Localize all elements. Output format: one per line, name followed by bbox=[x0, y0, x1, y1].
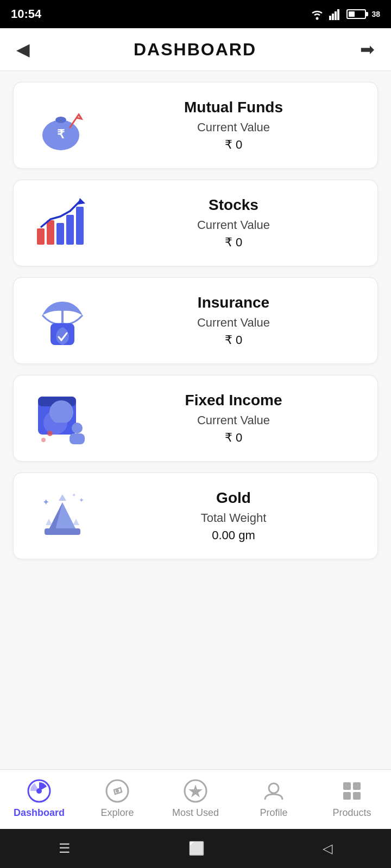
svg-rect-45 bbox=[353, 792, 361, 800]
nav-most-used[interactable]: Most Used bbox=[156, 778, 235, 819]
svg-marker-40 bbox=[188, 784, 203, 797]
svg-point-21 bbox=[72, 423, 83, 433]
svg-text:✦: ✦ bbox=[79, 496, 84, 504]
most-used-icon bbox=[182, 778, 209, 804]
svg-rect-1 bbox=[329, 16, 331, 20]
svg-rect-43 bbox=[353, 782, 361, 790]
insurance-value: ₹ 0 bbox=[106, 333, 361, 347]
signal-icon bbox=[329, 8, 342, 20]
svg-text:✦: ✦ bbox=[42, 497, 49, 507]
svg-marker-27 bbox=[59, 494, 66, 501]
insurance-info: Insurance Current Value ₹ 0 bbox=[106, 294, 361, 347]
nav-products[interactable]: Products bbox=[313, 778, 391, 819]
back-button[interactable]: ◀ bbox=[16, 39, 30, 60]
nav-explore-label: Explore bbox=[100, 807, 134, 819]
svg-point-35 bbox=[36, 788, 42, 794]
svg-marker-15 bbox=[78, 198, 85, 205]
wifi-icon bbox=[310, 8, 325, 20]
mutual-funds-title: Mutual Funds bbox=[106, 99, 361, 116]
status-bar: 10:54 38 bbox=[0, 0, 391, 28]
fixed-income-label: Current Value bbox=[106, 413, 361, 427]
battery-icon bbox=[346, 9, 366, 19]
gold-info: Gold Total Weight 0.00 gm bbox=[106, 489, 361, 542]
svg-rect-14 bbox=[76, 207, 84, 245]
products-icon bbox=[339, 778, 365, 804]
bottom-nav: Dashboard Explore Most Used bbox=[0, 769, 391, 829]
insurance-card[interactable]: Insurance Current Value ₹ 0 bbox=[13, 277, 378, 364]
gold-title: Gold bbox=[106, 489, 361, 507]
svg-point-24 bbox=[41, 438, 46, 442]
svg-rect-33 bbox=[45, 528, 80, 535]
mutual-funds-info: Mutual Funds Current Value ₹ 0 bbox=[106, 99, 361, 152]
profile-icon bbox=[261, 778, 287, 804]
insurance-icon bbox=[30, 291, 95, 350]
svg-rect-12 bbox=[56, 223, 64, 245]
page-title: DASHBOARD bbox=[134, 40, 256, 60]
fixed-income-info: Fixed Income Current Value ₹ 0 bbox=[106, 392, 361, 445]
mutual-funds-card[interactable]: ₹ Mutual Funds Current Value ₹ 0 bbox=[13, 82, 378, 169]
svg-rect-11 bbox=[47, 220, 54, 245]
svg-rect-13 bbox=[66, 215, 74, 245]
svg-point-7 bbox=[55, 117, 66, 123]
svg-point-23 bbox=[47, 431, 53, 436]
nav-profile[interactable]: Profile bbox=[235, 778, 313, 819]
stocks-label: Current Value bbox=[106, 218, 361, 232]
svg-point-38 bbox=[116, 789, 119, 793]
sys-menu-button[interactable]: ☰ bbox=[59, 841, 71, 856]
svg-point-41 bbox=[269, 783, 279, 793]
fixed-income-icon bbox=[30, 388, 95, 448]
svg-rect-4 bbox=[337, 9, 339, 20]
stocks-value: ₹ 0 bbox=[106, 235, 361, 250]
stocks-info: Stocks Current Value ₹ 0 bbox=[106, 196, 361, 250]
svg-text:₹: ₹ bbox=[57, 127, 65, 141]
mutual-funds-value: ₹ 0 bbox=[106, 138, 361, 152]
nav-most-used-label: Most Used bbox=[172, 807, 219, 819]
insurance-label: Current Value bbox=[106, 316, 361, 330]
nav-dashboard[interactable]: Dashboard bbox=[0, 778, 78, 819]
status-icons: 38 bbox=[310, 8, 380, 20]
gold-label: Total Weight bbox=[106, 511, 361, 525]
svg-rect-10 bbox=[37, 228, 45, 245]
mutual-funds-icon: ₹ bbox=[30, 95, 95, 155]
battery-level: 38 bbox=[371, 10, 380, 18]
fixed-income-card[interactable]: Fixed Income Current Value ₹ 0 bbox=[13, 375, 378, 462]
logout-button[interactable]: ➡ bbox=[360, 39, 375, 60]
svg-rect-44 bbox=[343, 792, 351, 800]
system-nav-bar: ☰ ⬜ ◁ bbox=[0, 829, 391, 868]
svg-marker-29 bbox=[73, 519, 79, 525]
stocks-card[interactable]: Stocks Current Value ₹ 0 bbox=[13, 180, 378, 266]
main-content: ₹ Mutual Funds Current Value ₹ 0 bbox=[0, 71, 391, 769]
dashboard-icon bbox=[26, 778, 52, 804]
svg-text:✦: ✦ bbox=[72, 492, 76, 498]
nav-products-label: Products bbox=[332, 807, 371, 819]
stocks-title: Stocks bbox=[106, 196, 361, 214]
gold-icon: ✦ ✦ ✦ bbox=[30, 486, 95, 546]
mutual-funds-label: Current Value bbox=[106, 120, 361, 135]
nav-explore[interactable]: Explore bbox=[78, 778, 156, 819]
gold-value: 0.00 gm bbox=[106, 528, 361, 542]
nav-profile-label: Profile bbox=[260, 807, 287, 819]
svg-point-0 bbox=[316, 17, 319, 20]
explore-icon bbox=[104, 778, 130, 804]
sys-back-button[interactable]: ◁ bbox=[323, 841, 332, 856]
gold-card[interactable]: ✦ ✦ ✦ Gold Total Weight 0.00 gm bbox=[13, 473, 378, 559]
svg-marker-28 bbox=[46, 519, 52, 525]
nav-dashboard-label: Dashboard bbox=[14, 807, 65, 819]
insurance-title: Insurance bbox=[106, 294, 361, 311]
fixed-income-value: ₹ 0 bbox=[106, 431, 361, 445]
stocks-icon bbox=[30, 193, 95, 253]
sys-home-button[interactable]: ⬜ bbox=[188, 841, 205, 856]
fixed-income-title: Fixed Income bbox=[106, 392, 361, 409]
svg-rect-2 bbox=[332, 14, 334, 20]
status-time: 10:54 bbox=[11, 7, 41, 21]
svg-rect-22 bbox=[70, 433, 85, 444]
svg-rect-3 bbox=[335, 11, 337, 20]
svg-rect-42 bbox=[343, 782, 351, 790]
top-nav: ◀ DASHBOARD ➡ bbox=[0, 28, 391, 71]
